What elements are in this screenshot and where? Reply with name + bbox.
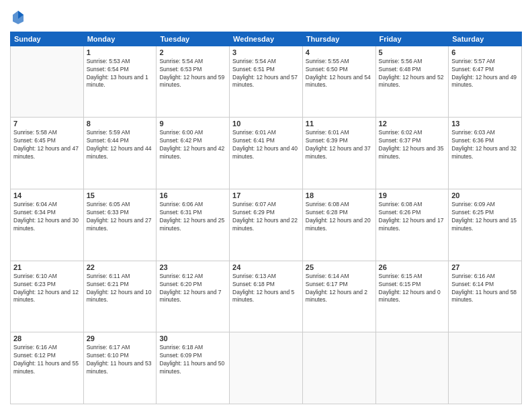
calendar-cell: 2Sunrise: 5:54 AMSunset: 6:53 PMDaylight… bbox=[157, 46, 230, 118]
day-number: 13 bbox=[451, 120, 519, 128]
day-info: Sunrise: 6:07 AMSunset: 6:29 PMDaylight:… bbox=[232, 201, 300, 233]
day-number: 26 bbox=[379, 263, 446, 271]
day-number: 28 bbox=[13, 334, 81, 342]
day-header-tuesday: Tuesday bbox=[157, 32, 230, 46]
calendar-cell: 10Sunrise: 6:01 AMSunset: 6:41 PMDayligh… bbox=[230, 118, 303, 189]
day-info: Sunrise: 6:16 AMSunset: 6:12 PMDaylight:… bbox=[13, 344, 81, 376]
day-header-friday: Friday bbox=[375, 32, 449, 46]
calendar-week-row: 14Sunrise: 6:04 AMSunset: 6:34 PMDayligh… bbox=[11, 189, 522, 261]
calendar-week-row: 28Sunrise: 6:16 AMSunset: 6:12 PMDayligh… bbox=[11, 332, 522, 404]
day-info: Sunrise: 5:59 AMSunset: 6:44 PMDaylight:… bbox=[87, 129, 154, 161]
calendar-cell: 22Sunrise: 6:11 AMSunset: 6:21 PMDayligh… bbox=[83, 261, 157, 332]
calendar-cell: 18Sunrise: 6:08 AMSunset: 6:28 PMDayligh… bbox=[302, 189, 375, 261]
calendar-cell: 23Sunrise: 6:12 AMSunset: 6:20 PMDayligh… bbox=[157, 261, 230, 332]
calendar-cell: 16Sunrise: 6:06 AMSunset: 6:31 PMDayligh… bbox=[157, 189, 230, 261]
calendar-cell bbox=[302, 332, 375, 404]
day-info: Sunrise: 6:01 AMSunset: 6:41 PMDaylight:… bbox=[232, 129, 300, 161]
day-info: Sunrise: 6:06 AMSunset: 6:31 PMDaylight:… bbox=[159, 201, 226, 233]
calendar-table: SundayMondayTuesdayWednesdayThursdayFrid… bbox=[10, 32, 522, 404]
calendar-cell bbox=[11, 46, 84, 118]
day-info: Sunrise: 6:13 AMSunset: 6:18 PMDaylight:… bbox=[232, 273, 300, 305]
calendar-cell: 27Sunrise: 6:16 AMSunset: 6:14 PMDayligh… bbox=[449, 261, 522, 332]
calendar-cell: 30Sunrise: 6:18 AMSunset: 6:09 PMDayligh… bbox=[157, 332, 230, 404]
day-info: Sunrise: 5:56 AMSunset: 6:48 PMDaylight:… bbox=[379, 58, 446, 90]
day-info: Sunrise: 5:54 AMSunset: 6:51 PMDaylight:… bbox=[232, 58, 300, 90]
day-info: Sunrise: 6:02 AMSunset: 6:37 PMDaylight:… bbox=[379, 129, 446, 161]
day-info: Sunrise: 5:54 AMSunset: 6:53 PMDaylight:… bbox=[159, 58, 226, 90]
day-number: 10 bbox=[232, 120, 300, 128]
calendar-week-row: 7Sunrise: 5:58 AMSunset: 6:45 PMDaylight… bbox=[11, 118, 522, 189]
day-number: 2 bbox=[159, 48, 226, 56]
day-number: 29 bbox=[87, 334, 154, 342]
day-number: 7 bbox=[13, 120, 81, 128]
day-number: 19 bbox=[379, 191, 446, 199]
day-info: Sunrise: 6:10 AMSunset: 6:23 PMDaylight:… bbox=[13, 273, 81, 305]
day-number: 27 bbox=[451, 263, 519, 271]
day-number: 20 bbox=[451, 191, 519, 199]
day-header-wednesday: Wednesday bbox=[230, 32, 303, 46]
day-number: 3 bbox=[232, 48, 300, 56]
calendar-cell: 20Sunrise: 6:09 AMSunset: 6:25 PMDayligh… bbox=[449, 189, 522, 261]
calendar-cell: 19Sunrise: 6:08 AMSunset: 6:26 PMDayligh… bbox=[375, 189, 449, 261]
calendar-cell: 12Sunrise: 6:02 AMSunset: 6:37 PMDayligh… bbox=[375, 118, 449, 189]
day-number: 23 bbox=[159, 263, 226, 271]
day-info: Sunrise: 6:00 AMSunset: 6:42 PMDaylight:… bbox=[159, 129, 226, 161]
day-number: 18 bbox=[306, 191, 373, 199]
day-info: Sunrise: 6:08 AMSunset: 6:28 PMDaylight:… bbox=[306, 201, 373, 233]
day-info: Sunrise: 6:17 AMSunset: 6:10 PMDaylight:… bbox=[87, 344, 154, 376]
day-number: 9 bbox=[159, 120, 226, 128]
day-number: 30 bbox=[159, 334, 226, 342]
day-info: Sunrise: 6:15 AMSunset: 6:15 PMDaylight:… bbox=[379, 273, 446, 305]
day-number: 17 bbox=[232, 191, 300, 199]
day-info: Sunrise: 6:03 AMSunset: 6:36 PMDaylight:… bbox=[451, 129, 519, 161]
day-info: Sunrise: 5:57 AMSunset: 6:47 PMDaylight:… bbox=[451, 58, 519, 90]
calendar-week-row: 1Sunrise: 5:53 AMSunset: 6:54 PMDaylight… bbox=[11, 46, 522, 118]
calendar-cell: 3Sunrise: 5:54 AMSunset: 6:51 PMDaylight… bbox=[230, 46, 303, 118]
calendar-week-row: 21Sunrise: 6:10 AMSunset: 6:23 PMDayligh… bbox=[11, 261, 522, 332]
day-info: Sunrise: 6:14 AMSunset: 6:17 PMDaylight:… bbox=[306, 273, 373, 305]
day-info: Sunrise: 6:12 AMSunset: 6:20 PMDaylight:… bbox=[159, 273, 226, 305]
day-number: 15 bbox=[87, 191, 154, 199]
calendar-cell bbox=[375, 332, 449, 404]
day-number: 14 bbox=[13, 191, 81, 199]
calendar-cell: 7Sunrise: 5:58 AMSunset: 6:45 PMDaylight… bbox=[11, 118, 84, 189]
day-info: Sunrise: 6:01 AMSunset: 6:39 PMDaylight:… bbox=[306, 129, 373, 161]
calendar-cell: 9Sunrise: 6:00 AMSunset: 6:42 PMDaylight… bbox=[157, 118, 230, 189]
calendar-cell: 1Sunrise: 5:53 AMSunset: 6:54 PMDaylight… bbox=[83, 46, 157, 118]
calendar-cell: 15Sunrise: 6:05 AMSunset: 6:33 PMDayligh… bbox=[83, 189, 157, 261]
day-number: 21 bbox=[13, 263, 81, 271]
calendar-cell: 24Sunrise: 6:13 AMSunset: 6:18 PMDayligh… bbox=[230, 261, 303, 332]
calendar-cell: 25Sunrise: 6:14 AMSunset: 6:17 PMDayligh… bbox=[302, 261, 375, 332]
day-number: 6 bbox=[451, 48, 519, 56]
calendar-cell: 28Sunrise: 6:16 AMSunset: 6:12 PMDayligh… bbox=[11, 332, 84, 404]
day-number: 25 bbox=[306, 263, 373, 271]
calendar-cell: 17Sunrise: 6:07 AMSunset: 6:29 PMDayligh… bbox=[230, 189, 303, 261]
day-number: 1 bbox=[87, 48, 154, 56]
day-info: Sunrise: 5:53 AMSunset: 6:54 PMDaylight:… bbox=[87, 58, 154, 90]
calendar-cell: 21Sunrise: 6:10 AMSunset: 6:23 PMDayligh… bbox=[11, 261, 84, 332]
day-info: Sunrise: 6:09 AMSunset: 6:25 PMDaylight:… bbox=[451, 201, 519, 233]
day-number: 8 bbox=[87, 120, 154, 128]
day-header-saturday: Saturday bbox=[449, 32, 522, 46]
calendar-cell: 6Sunrise: 5:57 AMSunset: 6:47 PMDaylight… bbox=[449, 46, 522, 118]
day-header-sunday: Sunday bbox=[11, 32, 84, 46]
calendar-cell: 29Sunrise: 6:17 AMSunset: 6:10 PMDayligh… bbox=[83, 332, 157, 404]
day-header-monday: Monday bbox=[83, 32, 157, 46]
day-info: Sunrise: 6:05 AMSunset: 6:33 PMDaylight:… bbox=[87, 201, 154, 233]
calendar-header-row: SundayMondayTuesdayWednesdayThursdayFrid… bbox=[11, 32, 522, 46]
day-number: 11 bbox=[306, 120, 373, 128]
day-info: Sunrise: 6:04 AMSunset: 6:34 PMDaylight:… bbox=[13, 201, 81, 233]
logo bbox=[10, 9, 25, 28]
calendar-cell bbox=[449, 332, 522, 404]
day-number: 22 bbox=[87, 263, 154, 271]
calendar-cell: 13Sunrise: 6:03 AMSunset: 6:36 PMDayligh… bbox=[449, 118, 522, 189]
day-info: Sunrise: 6:08 AMSunset: 6:26 PMDaylight:… bbox=[379, 201, 446, 233]
calendar-cell bbox=[230, 332, 303, 404]
day-info: Sunrise: 6:16 AMSunset: 6:14 PMDaylight:… bbox=[451, 273, 519, 305]
day-number: 4 bbox=[306, 48, 373, 56]
day-info: Sunrise: 6:11 AMSunset: 6:21 PMDaylight:… bbox=[87, 273, 154, 305]
day-number: 5 bbox=[379, 48, 446, 56]
header bbox=[10, 7, 522, 28]
calendar-cell: 14Sunrise: 6:04 AMSunset: 6:34 PMDayligh… bbox=[11, 189, 84, 261]
calendar-cell: 8Sunrise: 5:59 AMSunset: 6:44 PMDaylight… bbox=[83, 118, 157, 189]
